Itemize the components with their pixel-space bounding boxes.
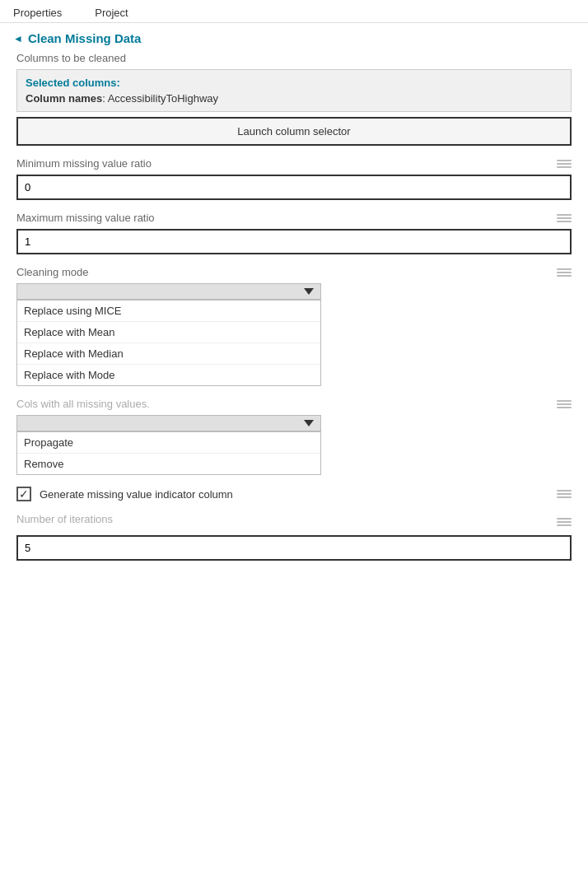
cleaning-mode-arrow-icon: [304, 288, 314, 295]
selected-columns-box: Selected columns: Column names: Accessib…: [16, 69, 572, 112]
cleaning-mode-option-mice[interactable]: Replace using MICE: [17, 301, 320, 322]
launch-column-selector-button[interactable]: Launch column selector: [16, 117, 572, 146]
cols-missing-option-propagate[interactable]: Propagate: [17, 432, 320, 454]
iterations-label-row: Number of iterations: [16, 513, 572, 530]
cleaning-mode-option-median[interactable]: Replace with Median: [17, 343, 320, 365]
cols-missing-dropdown[interactable]: Propagate Remove: [16, 415, 321, 475]
checkbox-group: ✓ Generate missing value indicator colum…: [16, 487, 572, 501]
min-ratio-drag-handle: [557, 160, 572, 168]
min-ratio-label: Minimum missing value ratio: [16, 157, 152, 170]
checkbox-row: ✓ Generate missing value indicator colum…: [16, 487, 572, 501]
section-header: ◄ Clean Missing Data: [0, 23, 588, 52]
checkbox-drag-handle: [557, 490, 572, 498]
min-ratio-label-row: Minimum missing value ratio: [16, 157, 572, 170]
main-content: Columns to be cleaned Selected columns: …: [0, 52, 588, 589]
cleaning-mode-option-mean[interactable]: Replace with Mean: [17, 322, 320, 343]
columns-label-row: Columns to be cleaned: [16, 52, 572, 64]
cols-missing-option-remove[interactable]: Remove: [17, 454, 320, 474]
iterations-label: Number of iterations: [16, 513, 113, 525]
iterations-input[interactable]: [16, 535, 572, 561]
max-ratio-drag-handle: [557, 214, 572, 222]
cols-missing-options: Propagate Remove: [16, 431, 321, 475]
max-ratio-group: Maximum missing value ratio: [16, 212, 572, 254]
selected-columns-title: Selected columns:: [26, 77, 562, 89]
cols-missing-label: Cols with all missing values.: [16, 398, 150, 410]
cleaning-mode-options: Replace using MICE Replace with Mean Rep…: [16, 300, 321, 386]
checkbox-check-icon: ✓: [19, 488, 29, 500]
cleaning-mode-drag-handle: [557, 268, 572, 277]
nav-project[interactable]: Project: [95, 7, 128, 19]
top-nav: Properties Project: [0, 0, 588, 23]
columns-label: Columns to be cleaned: [16, 52, 126, 64]
cleaning-mode-label-row: Cleaning mode: [16, 266, 572, 278]
cols-missing-trigger[interactable]: [16, 415, 321, 431]
nav-properties[interactable]: Properties: [13, 7, 62, 19]
cols-missing-group: Cols with all missing values. Propagate …: [16, 398, 572, 475]
section-arrow-icon: ◄: [13, 33, 23, 44]
min-ratio-group: Minimum missing value ratio: [16, 157, 572, 200]
cols-missing-label-row: Cols with all missing values.: [16, 398, 572, 410]
iterations-group: Number of iterations: [16, 513, 572, 561]
cleaning-mode-option-mode[interactable]: Replace with Mode: [17, 365, 320, 385]
min-ratio-input[interactable]: [16, 175, 572, 200]
selected-columns-detail: Column names: AccessibilityToHighway: [26, 92, 562, 105]
generate-indicator-checkbox[interactable]: ✓: [16, 487, 31, 501]
generate-indicator-label: Generate missing value indicator column: [40, 488, 233, 501]
max-ratio-label: Maximum missing value ratio: [16, 212, 155, 224]
max-ratio-input[interactable]: [16, 229, 572, 254]
cleaning-mode-dropdown[interactable]: Replace using MICE Replace with Mean Rep…: [16, 283, 321, 386]
column-names-key: Column names: [26, 92, 102, 105]
section-title-text: Clean Missing Data: [28, 31, 142, 45]
cols-missing-arrow-icon: [304, 420, 314, 426]
iterations-drag-handle: [557, 518, 572, 526]
cleaning-mode-label: Cleaning mode: [16, 266, 88, 278]
cleaning-mode-group: Cleaning mode Replace using MICE Replace…: [16, 266, 572, 386]
column-names-value: AccessibilityToHighway: [108, 92, 218, 105]
columns-field-group: Columns to be cleaned Selected columns: …: [16, 52, 572, 146]
cols-missing-drag-handle: [557, 400, 572, 408]
max-ratio-label-row: Maximum missing value ratio: [16, 212, 572, 224]
cleaning-mode-trigger[interactable]: [16, 283, 321, 300]
